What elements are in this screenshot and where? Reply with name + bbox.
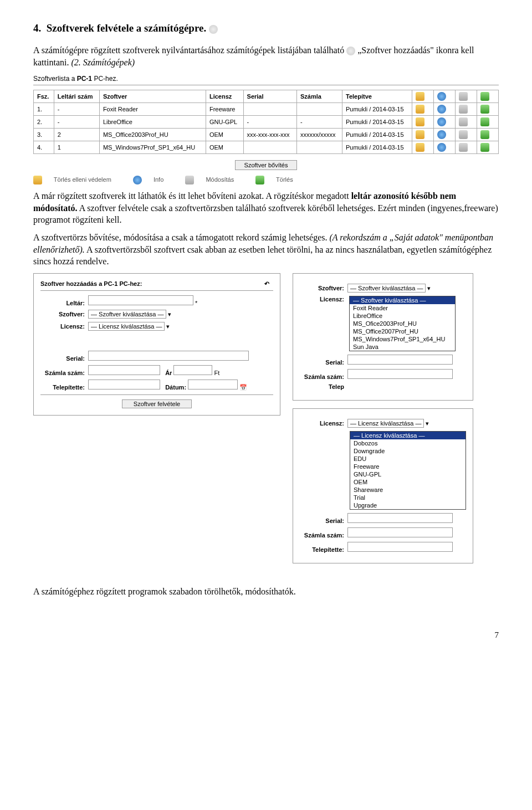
select-licensz-open[interactable]: — Licensz kiválasztása —: [347, 419, 424, 428]
info-icon[interactable]: [437, 130, 446, 139]
th-leltar: Leltári szám: [54, 90, 99, 103]
cell: MS_Office2003Prof_HU: [99, 129, 206, 141]
label-serial: Serial:: [300, 517, 344, 524]
lock-icon: [33, 176, 42, 184]
section-number: 4.: [33, 22, 41, 34]
dropdown-option[interactable]: GNU-GPL: [350, 470, 466, 478]
info-icon[interactable]: [437, 143, 446, 152]
label-telepitette: Telepítette:: [300, 546, 344, 553]
expand-button[interactable]: Szoftver bővítés: [235, 160, 298, 170]
select-szoftver[interactable]: — Szoftver kiválasztása —: [88, 310, 166, 319]
edit-icon[interactable]: [459, 105, 468, 114]
label-licensz: Licensz:: [40, 323, 85, 330]
action-cell: [434, 141, 456, 154]
software-list-title: Szoftverlista a PC-1 PC-hez.: [33, 75, 499, 83]
info-icon: [133, 176, 142, 184]
th-fsz: Fsz.: [34, 90, 54, 103]
input-serial[interactable]: [347, 513, 453, 523]
recycle-icon: [255, 176, 264, 184]
info-icon[interactable]: [437, 117, 446, 126]
divider: [40, 290, 273, 291]
select-szoftver-open[interactable]: — Szoftver kiválasztása —: [347, 284, 426, 293]
cell: [296, 103, 342, 116]
input-serial[interactable]: [347, 355, 453, 365]
recy-icon[interactable]: [480, 117, 489, 126]
cell: Pumukli / 2014-03-15: [342, 103, 412, 116]
dropdown-option[interactable]: Dobozos: [350, 439, 466, 447]
edit-icon[interactable]: [459, 130, 468, 139]
dropdown-option[interactable]: Upgrade: [350, 501, 466, 509]
cell: LibreOffice: [99, 116, 206, 129]
dropdown-option[interactable]: Freeware: [350, 463, 466, 470]
lock-icon[interactable]: [416, 105, 424, 114]
license-dropdown-list[interactable]: — Licensz kiválasztása — DobozosDowngrad…: [350, 431, 466, 510]
cell: 1: [54, 141, 99, 154]
cell: -: [54, 103, 99, 116]
lock-icon[interactable]: [416, 143, 424, 152]
software-dropdown-list[interactable]: — Szoftver kiválasztása — Foxit ReaderLi…: [349, 296, 456, 351]
submit-button[interactable]: Szoftver felvétele: [122, 399, 192, 408]
cell: 2.: [34, 116, 54, 129]
dropdown-option[interactable]: LibreOffice: [350, 312, 455, 320]
dropdown-option[interactable]: MS_Windows7Prof_SP1_x64_HU: [350, 335, 455, 343]
input-telepitette[interactable]: [347, 542, 453, 552]
cell: [243, 103, 296, 116]
cell: Pumukli / 2014-03-15: [342, 116, 412, 129]
cell: 1.: [34, 103, 54, 116]
dropdown-option[interactable]: OEM: [350, 478, 466, 486]
label-szoftver: Szoftver:: [40, 311, 85, 317]
action-cell: [412, 116, 434, 129]
p3-text-c: A szoftvertörzsből szoftvert csak abban …: [33, 245, 492, 266]
cell: 4.: [34, 141, 54, 154]
p1-ref: (2. Számítógépek): [71, 58, 135, 67]
cell: Freeware: [206, 103, 243, 116]
lock-icon[interactable]: [416, 130, 424, 139]
input-szamla[interactable]: [347, 369, 453, 379]
input-leltar[interactable]: [88, 295, 193, 305]
input-szamla[interactable]: [88, 365, 160, 375]
lock-icon[interactable]: [416, 117, 424, 126]
edit-icon[interactable]: [459, 143, 468, 152]
wrench-icon: [185, 176, 194, 184]
select-licensz[interactable]: — Licensz kiválasztása —: [88, 322, 165, 331]
back-arrow-icon[interactable]: ↶: [264, 280, 273, 289]
action-cell: [434, 103, 456, 116]
action-cell: [412, 141, 434, 154]
cell: Pumukli / 2014-03-15: [342, 129, 412, 141]
action-cell: [456, 103, 477, 116]
paragraph-3: A szoftvertörzs bővítése, módosítása a c…: [33, 232, 499, 268]
cell: MS_Windows7Prof_SP1_x64_HU: [99, 141, 206, 154]
info-icon[interactable]: [437, 105, 446, 114]
dropdown-option[interactable]: Trial: [350, 494, 466, 501]
paragraph-2: A már rögzített szoftverek itt láthatók …: [33, 190, 499, 226]
input-ar[interactable]: [173, 365, 212, 375]
edit-icon[interactable]: [459, 117, 468, 126]
dropdown-option[interactable]: Sun Java: [350, 343, 455, 351]
input-szamla[interactable]: [347, 527, 453, 537]
calendar-icon[interactable]: 📅: [239, 384, 247, 391]
dropdown-option[interactable]: Foxit Reader: [350, 304, 455, 312]
cd-icon: [346, 47, 355, 55]
table-legend: Törlés elleni védelem Info Módosítás Tör…: [33, 176, 499, 184]
action-cell: [456, 116, 477, 129]
legend-info: Info: [154, 176, 163, 183]
dropdown-option[interactable]: MS_Office2007Prof_HU: [350, 327, 455, 335]
action-cell: [456, 141, 477, 154]
dropdown-option[interactable]: Shareware: [350, 486, 466, 494]
form-title: Szoftver hozzáadás a PC-1 PC-hez: ↶: [40, 280, 273, 287]
recy-icon[interactable]: [480, 130, 489, 139]
th-szoftver: Szoftver: [99, 90, 206, 103]
label-telepitette: Telepítette:: [40, 384, 85, 391]
input-serial[interactable]: [88, 351, 249, 361]
cell: [296, 141, 342, 154]
recy-icon[interactable]: [480, 105, 489, 114]
unit-ft: Ft: [214, 370, 220, 376]
dropdown-option[interactable]: MS_Ofice2003Prof_HU: [350, 320, 455, 327]
input-telepitette[interactable]: [88, 380, 160, 389]
recy-icon[interactable]: [480, 143, 489, 152]
cell: Pumukli / 2014-03-15: [342, 141, 412, 154]
dropdown-option[interactable]: Downgrade: [350, 447, 466, 455]
dropdown-option[interactable]: EDU: [350, 455, 466, 463]
input-datum[interactable]: [188, 380, 238, 389]
action-cell: [456, 129, 477, 141]
